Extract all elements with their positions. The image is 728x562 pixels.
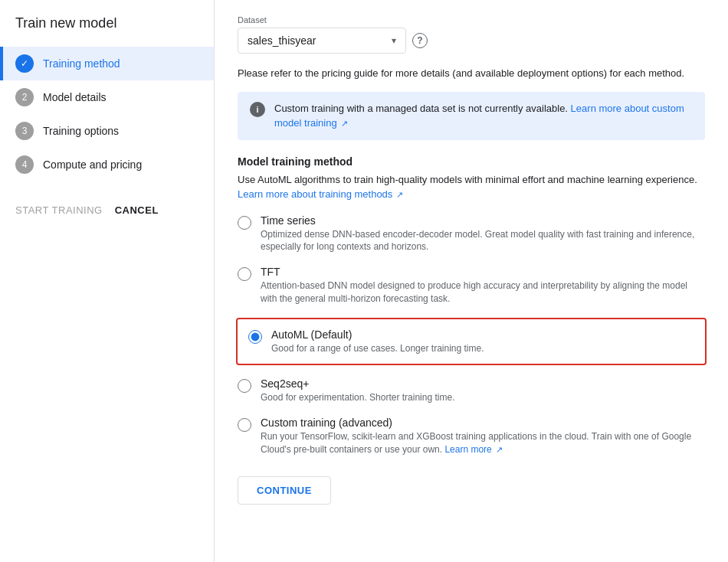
- custom-label: Custom training (advanced): [261, 417, 705, 429]
- radio-custom[interactable]: [238, 418, 251, 432]
- dataset-value: sales_thisyear: [248, 34, 316, 47]
- step-3-circle: 3: [15, 122, 34, 140]
- step-4-label: Compute and pricing: [43, 158, 142, 171]
- option-time-series[interactable]: Time series Optimized dense DNN-based en…: [238, 214, 705, 254]
- external-link-icon: ↗: [339, 119, 348, 128]
- sidebar: Train new model ✓ Training method 2 Mode…: [0, 0, 215, 562]
- sidebar-item-training-method[interactable]: ✓ Training method: [0, 47, 214, 80]
- step-1-circle: ✓: [15, 54, 34, 73]
- seq2seq-desc: Good for experimentation. Shorter traini…: [261, 391, 454, 404]
- page-title: Train new model: [0, 15, 214, 47]
- option-automl[interactable]: AutoML (Default) Good for a range of use…: [236, 318, 707, 366]
- continue-button[interactable]: CONTINUE: [238, 476, 331, 505]
- seq2seq-label: Seq2seq+: [261, 377, 454, 390]
- custom-desc: Run your TensorFlow, scikit-learn and XG…: [261, 430, 705, 456]
- step-3-number: 3: [22, 126, 28, 136]
- tft-desc: Attention-based DNN model designed to pr…: [261, 279, 705, 306]
- model-training-desc: Use AutoML algorithms to train high-qual…: [238, 172, 705, 202]
- step-4-number: 4: [22, 159, 28, 170]
- automl-label: AutoML (Default): [271, 328, 484, 341]
- radio-tft[interactable]: [238, 267, 251, 281]
- info-banner: i Custom training with a managed data se…: [238, 92, 705, 140]
- check-icon: ✓: [21, 58, 28, 69]
- model-training-title: Model training method: [238, 155, 705, 168]
- external-link-icon-2: ↗: [394, 190, 403, 199]
- training-methods-link[interactable]: Learn more about training methods ↗: [238, 188, 403, 200]
- main-content: Dataset sales_thisyear ▾ ? Please refer …: [215, 0, 728, 562]
- dataset-select[interactable]: sales_thisyear ▾: [238, 28, 406, 54]
- dataset-help-icon[interactable]: ?: [412, 33, 428, 48]
- step-4-circle: 4: [15, 155, 34, 174]
- sidebar-item-compute-pricing[interactable]: 4 Compute and pricing: [0, 148, 214, 181]
- tft-label: TFT: [261, 266, 705, 278]
- automl-desc: Good for a range of use cases. Longer tr…: [271, 342, 484, 355]
- option-custom[interactable]: Custom training (advanced) Run your Tens…: [238, 417, 705, 456]
- sidebar-actions: START TRAINING CANCEL: [0, 189, 214, 231]
- radio-automl[interactable]: [248, 330, 262, 344]
- step-2-label: Model details: [43, 91, 107, 103]
- custom-learn-more-link[interactable]: Learn more ↗: [444, 444, 502, 455]
- start-training-button[interactable]: START TRAINING: [15, 204, 103, 216]
- sidebar-item-model-details[interactable]: 2 Model details: [0, 80, 214, 114]
- info-banner-text: Custom training with a managed data set …: [274, 101, 693, 131]
- dataset-section: Dataset sales_thisyear ▾ ?: [238, 15, 705, 54]
- radio-time-series[interactable]: [238, 216, 251, 230]
- step-2-circle: 2: [15, 88, 34, 106]
- model-training-section: Model training method Use AutoML algorit…: [238, 155, 705, 456]
- cancel-button[interactable]: CANCEL: [115, 204, 159, 216]
- option-tft[interactable]: TFT Attention-based DNN model designed t…: [238, 266, 705, 306]
- time-series-desc: Optimized dense DNN-based encoder-decode…: [261, 228, 705, 254]
- info-banner-message: Custom training with a managed data set …: [274, 103, 568, 114]
- step-3-label: Training options: [43, 125, 119, 137]
- dataset-label: Dataset: [238, 15, 705, 25]
- external-link-icon-3: ↗: [494, 445, 503, 454]
- step-2-number: 2: [22, 92, 28, 103]
- dataset-dropdown: sales_thisyear ▾ ?: [238, 28, 705, 54]
- pricing-text: Please refer to the pricing guide for mo…: [238, 66, 705, 81]
- radio-seq2seq[interactable]: [238, 379, 251, 393]
- step-1-label: Training method: [43, 57, 120, 70]
- chevron-down-icon: ▾: [392, 35, 396, 46]
- time-series-label: Time series: [261, 214, 705, 227]
- sidebar-item-training-options[interactable]: 3 Training options: [0, 114, 214, 148]
- option-seq2seq[interactable]: Seq2seq+ Good for experimentation. Short…: [238, 377, 705, 404]
- info-icon: i: [250, 102, 265, 117]
